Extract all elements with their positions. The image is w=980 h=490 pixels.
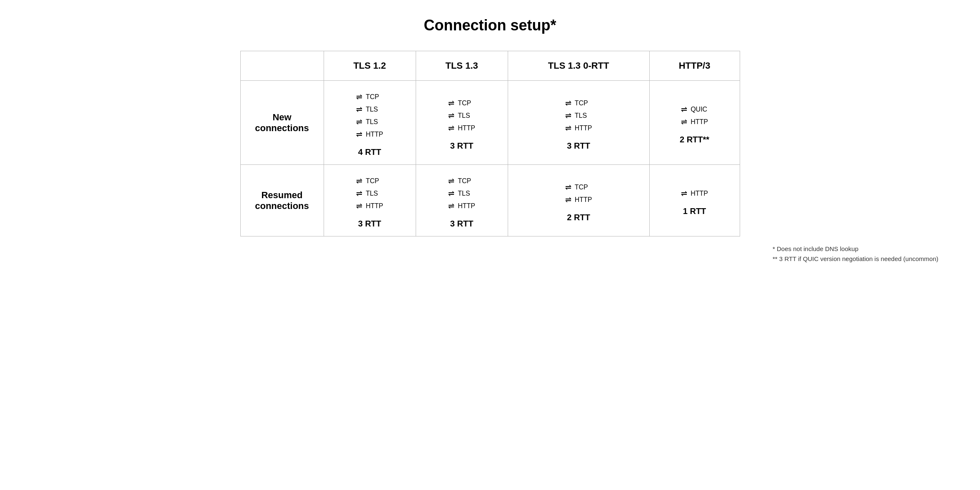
protocol-item-tls: ⇌TLS <box>356 189 378 198</box>
footnote-2: ** 3 RTT if QUIC version negotiation is … <box>773 254 938 264</box>
protocol-item-tls: ⇌TLS <box>448 189 470 198</box>
rtt-label-1-0: 3 RTT <box>358 215 382 229</box>
rtt-label-1-2: 2 RTT <box>567 209 590 222</box>
arrows-icon: ⇌ <box>565 183 571 192</box>
cell-0-2: ⇌TCP⇌TLS⇌HTTP3 RTT <box>508 81 649 165</box>
protocol-label: HTTP <box>458 124 475 132</box>
protocol-label: TCP <box>575 184 588 191</box>
arrows-icon: ⇌ <box>356 189 362 198</box>
header-tls13: TLS 1.3 <box>416 51 508 81</box>
protocol-item-tcp: ⇌TCP <box>565 183 588 192</box>
protocol-item-http: ⇌HTTP <box>448 201 475 211</box>
rtt-label-0-0: 4 RTT <box>358 143 382 157</box>
arrows-icon: ⇌ <box>448 124 454 133</box>
protocol-label: TCP <box>575 99 588 107</box>
protocol-item-tls: ⇌TLS <box>356 117 378 127</box>
arrows-icon: ⇌ <box>448 111 454 120</box>
rtt-label-1-3: 1 RTT <box>683 202 706 216</box>
protocol-label: TCP <box>366 93 379 101</box>
protocol-item-tcp: ⇌TCP <box>448 177 471 186</box>
arrows-icon: ⇌ <box>356 177 362 186</box>
header-http3: HTTP/3 <box>649 51 740 81</box>
table-row-1: Resumedconnections⇌TCP⇌TLS⇌HTTP3 RTT⇌TCP… <box>240 165 740 236</box>
header-row: TLS 1.2 TLS 1.3 TLS 1.3 0-RTT HTTP/3 <box>240 51 740 81</box>
protocol-label: TLS <box>458 112 470 119</box>
arrows-icon: ⇌ <box>448 177 454 186</box>
cell-1-1: ⇌TCP⇌TLS⇌HTTP3 RTT <box>416 165 508 236</box>
arrows-icon: ⇌ <box>356 117 362 127</box>
rtt-label-0-3: 2 RTT** <box>680 131 709 144</box>
arrows-icon: ⇌ <box>356 92 362 102</box>
protocol-label: TCP <box>458 177 471 185</box>
arrows-icon: ⇌ <box>681 117 687 127</box>
protocol-item-tls: ⇌TLS <box>448 111 470 120</box>
cell-0-0: ⇌TCP⇌TLS⇌TLS⇌HTTP4 RTT <box>324 81 416 165</box>
protocol-item-http: ⇌HTTP <box>565 195 592 204</box>
arrows-icon: ⇌ <box>565 99 571 108</box>
protocol-item-http: ⇌HTTP <box>681 117 708 127</box>
arrows-icon: ⇌ <box>565 111 571 120</box>
arrows-icon: ⇌ <box>448 99 454 108</box>
page-title: Connection setup* <box>424 17 556 34</box>
comparison-table: TLS 1.2 TLS 1.3 TLS 1.3 0-RTT HTTP/3 New… <box>240 51 740 236</box>
protocol-label: TCP <box>366 177 379 185</box>
protocol-label: TLS <box>366 190 378 197</box>
arrows-icon: ⇌ <box>565 124 571 133</box>
protocol-item-tcp: ⇌TCP <box>356 177 379 186</box>
protocol-label: HTTP <box>575 196 592 204</box>
protocol-label: HTTP <box>691 190 708 197</box>
rtt-label-1-1: 3 RTT <box>450 215 474 229</box>
arrows-icon: ⇌ <box>356 130 362 139</box>
protocol-item-http: ⇌HTTP <box>448 124 475 133</box>
protocol-label: TLS <box>458 190 470 197</box>
arrows-icon: ⇌ <box>356 105 362 114</box>
protocol-label: HTTP <box>691 118 708 126</box>
arrows-icon: ⇌ <box>565 195 571 204</box>
protocol-label: TLS <box>366 118 378 126</box>
rtt-label-0-1: 3 RTT <box>450 137 474 151</box>
cell-1-3: ⇌HTTP1 RTT <box>649 165 740 236</box>
header-empty <box>240 51 324 81</box>
arrows-icon: ⇌ <box>448 189 454 198</box>
protocol-label: HTTP <box>575 124 592 132</box>
cell-1-0: ⇌TCP⇌TLS⇌HTTP3 RTT <box>324 165 416 236</box>
protocol-label: TCP <box>458 99 471 107</box>
protocol-label: TLS <box>575 112 587 119</box>
cell-0-3: ⇌QUIC⇌HTTP2 RTT** <box>649 81 740 165</box>
protocol-item-http: ⇌HTTP <box>681 189 708 198</box>
rtt-label-0-2: 3 RTT <box>567 137 590 151</box>
arrows-icon: ⇌ <box>681 105 687 114</box>
cell-1-2: ⇌TCP⇌HTTP2 RTT <box>508 165 649 236</box>
header-tls13-0rtt: TLS 1.3 0-RTT <box>508 51 649 81</box>
arrows-icon: ⇌ <box>681 189 687 198</box>
cell-0-1: ⇌TCP⇌TLS⇌HTTP3 RTT <box>416 81 508 165</box>
row-label-1: Resumedconnections <box>240 165 324 236</box>
protocol-item-http: ⇌HTTP <box>356 201 383 211</box>
protocol-label: QUIC <box>691 106 707 113</box>
protocol-label: HTTP <box>366 202 383 210</box>
table-row-0: Newconnections⇌TCP⇌TLS⇌TLS⇌HTTP4 RTT⇌TCP… <box>240 81 740 165</box>
protocol-item-tls: ⇌TLS <box>356 105 378 114</box>
protocol-item-quic: ⇌QUIC <box>681 105 707 114</box>
header-tls12: TLS 1.2 <box>324 51 416 81</box>
protocol-item-http: ⇌HTTP <box>356 130 383 139</box>
arrows-icon: ⇌ <box>356 201 362 211</box>
footnotes: * Does not include DNS lookup ** 3 RTT i… <box>773 244 938 264</box>
protocol-item-tcp: ⇌TCP <box>356 92 379 102</box>
protocol-item-http: ⇌HTTP <box>565 124 592 133</box>
row-label-0: Newconnections <box>240 81 324 165</box>
arrows-icon: ⇌ <box>448 201 454 211</box>
protocol-label: HTTP <box>458 202 475 210</box>
footnote-1: * Does not include DNS lookup <box>773 244 938 254</box>
protocol-item-tcp: ⇌TCP <box>448 99 471 108</box>
protocol-label: HTTP <box>366 131 383 138</box>
protocol-label: TLS <box>366 106 378 113</box>
protocol-item-tcp: ⇌TCP <box>565 99 588 108</box>
protocol-item-tls: ⇌TLS <box>565 111 587 120</box>
